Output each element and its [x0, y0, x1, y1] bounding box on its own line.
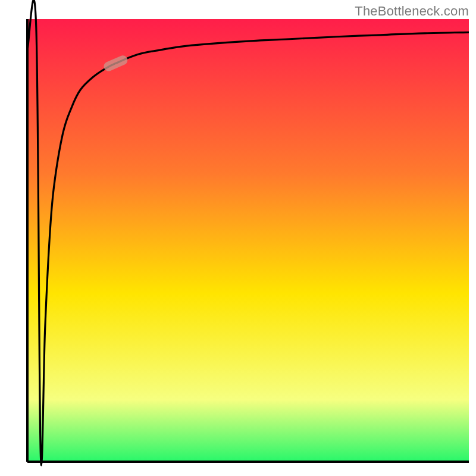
gradient-background: [27, 19, 469, 462]
chart-container: TheBottleneck.com: [0, 0, 476, 476]
plot-svg: [0, 0, 476, 476]
